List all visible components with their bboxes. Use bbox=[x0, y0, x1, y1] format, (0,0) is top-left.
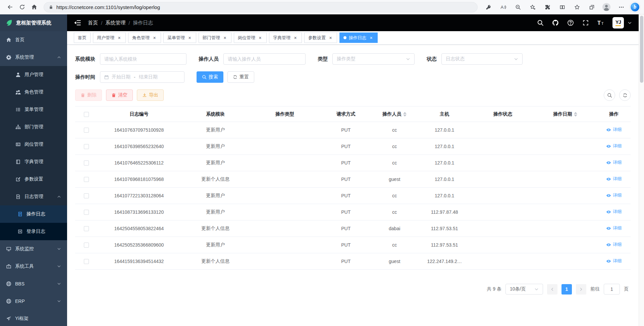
tab-close-icon[interactable]: × bbox=[293, 35, 298, 40]
sidebar-item-login-log[interactable]: 登录日志 bbox=[0, 223, 67, 240]
export-button[interactable]: 导出 bbox=[137, 89, 164, 101]
fullscreen-icon[interactable] bbox=[582, 19, 589, 26]
status-select[interactable]: 日志状态 bbox=[441, 53, 523, 65]
zoom-button[interactable] bbox=[511, 1, 525, 13]
detail-link[interactable]: 详细 bbox=[606, 192, 622, 198]
detail-link[interactable]: 详细 bbox=[606, 258, 622, 264]
tab-close-icon[interactable]: × bbox=[328, 35, 333, 40]
breadcrumb-item[interactable]: 首页 bbox=[88, 20, 98, 26]
sort-carets-icon[interactable] bbox=[574, 112, 577, 117]
sidebar-item-erp[interactable]: ERP bbox=[0, 292, 67, 310]
collections-button[interactable] bbox=[584, 1, 599, 13]
detail-link[interactable]: 详细 bbox=[606, 242, 622, 248]
tab-user-mgmt[interactable]: 用户管理× bbox=[93, 32, 126, 43]
page-size-select[interactable]: 10条/页 bbox=[505, 284, 543, 295]
sidebar-item-home[interactable]: 首页 bbox=[0, 31, 67, 49]
sidebar-item-system-monitor[interactable]: 系统监控 bbox=[0, 240, 67, 258]
tab-operation-log[interactable]: 操作日志× bbox=[339, 32, 378, 43]
sidebar-item-system-mgmt[interactable]: 系统管理 bbox=[0, 49, 67, 66]
type-select[interactable]: 操作类型 bbox=[332, 53, 415, 65]
sidebar-item-menu-mgmt[interactable]: 菜单管理 bbox=[0, 101, 67, 118]
goto-page-input[interactable] bbox=[604, 284, 620, 295]
refresh-button[interactable] bbox=[16, 1, 28, 13]
address-bar[interactable]: https://ccnetcore.com:1101/system/log/op… bbox=[44, 2, 478, 12]
detail-link[interactable]: 详细 bbox=[606, 159, 622, 166]
scrollbar-thumb[interactable] bbox=[640, 16, 643, 83]
sidebar-item-system-tools[interactable]: 系统工具 bbox=[0, 258, 67, 275]
sidebar-item-dept-mgmt[interactable]: 部门管理 bbox=[0, 118, 67, 136]
prev-page-button[interactable] bbox=[547, 284, 557, 295]
user-avatar[interactable]: YJ bbox=[612, 17, 624, 28]
column-header[interactable]: 操作人员 bbox=[372, 107, 417, 122]
next-page-button[interactable] bbox=[576, 284, 586, 295]
column-header[interactable]: 操作日期 bbox=[533, 107, 597, 122]
row-checkbox[interactable] bbox=[84, 210, 89, 215]
detail-link[interactable]: 详细 bbox=[606, 225, 622, 231]
toggle-search-button[interactable] bbox=[604, 89, 615, 101]
tab-dept-mgmt[interactable]: 部门管理× bbox=[199, 32, 231, 43]
tab-dict-mgmt[interactable]: 字典管理× bbox=[269, 32, 302, 43]
tab-close-icon[interactable]: × bbox=[258, 35, 263, 40]
read-aloud-button[interactable] bbox=[496, 1, 511, 13]
sort-carets-icon[interactable] bbox=[403, 112, 407, 117]
sidebar-item-log-mgmt[interactable]: 日志管理 bbox=[0, 188, 67, 205]
tab-post-mgmt[interactable]: 岗位管理× bbox=[234, 32, 267, 43]
row-checkbox[interactable] bbox=[84, 160, 89, 166]
module-input[interactable] bbox=[100, 53, 186, 65]
row-checkbox[interactable] bbox=[84, 144, 89, 149]
sidebar-item-param-settings[interactable]: 参数设置 bbox=[0, 171, 67, 188]
tab-close-icon[interactable]: × bbox=[117, 35, 122, 40]
row-checkbox[interactable] bbox=[84, 128, 89, 133]
github-icon[interactable] bbox=[552, 19, 559, 26]
sidebar-item-post-mgmt[interactable]: 岗位管理 bbox=[0, 136, 67, 153]
browser-profile-button[interactable] bbox=[599, 1, 614, 13]
sidebar-item-user-mgmt[interactable]: 用户管理 bbox=[0, 66, 67, 83]
page-number-button[interactable]: 1 bbox=[561, 284, 572, 295]
delete-button[interactable]: 删除 bbox=[75, 89, 102, 101]
row-checkbox[interactable] bbox=[84, 226, 89, 231]
tab-param-settings[interactable]: 参数设置× bbox=[304, 32, 337, 43]
row-checkbox[interactable] bbox=[84, 243, 89, 248]
clear-button[interactable]: 清空 bbox=[106, 89, 133, 101]
back-button[interactable] bbox=[4, 1, 16, 13]
sidebar-item-dict-mgmt[interactable]: 字典管理 bbox=[0, 153, 67, 171]
sidebar-item-operation-log[interactable]: 操作日志 bbox=[0, 205, 67, 223]
chevron-down-icon[interactable] bbox=[628, 21, 632, 25]
copilot-button[interactable]: b bbox=[630, 2, 640, 12]
reset-button[interactable]: 重置 bbox=[227, 71, 254, 83]
home-button[interactable] bbox=[28, 1, 40, 13]
date-range-picker[interactable]: 开始日期 - 结束日期 bbox=[100, 71, 184, 83]
add-favorite-button[interactable] bbox=[525, 1, 540, 13]
help-icon[interactable] bbox=[567, 19, 574, 26]
breadcrumb-item[interactable]: 系统管理 bbox=[105, 20, 125, 26]
font-size-icon[interactable] bbox=[597, 19, 604, 26]
tab-close-icon[interactable]: × bbox=[222, 35, 227, 40]
row-checkbox[interactable] bbox=[84, 177, 89, 182]
detail-link[interactable]: 详细 bbox=[606, 209, 622, 215]
sidebar-item-role-mgmt[interactable]: 角色管理 bbox=[0, 83, 67, 101]
tab-home[interactable]: 首页 bbox=[74, 32, 91, 43]
tab-role-mgmt[interactable]: 角色管理× bbox=[128, 32, 161, 43]
favorites-button[interactable] bbox=[570, 1, 584, 13]
sidebar-toggle[interactable] bbox=[74, 19, 81, 26]
detail-link[interactable]: 详细 bbox=[606, 176, 622, 182]
refresh-table-button[interactable] bbox=[619, 89, 631, 101]
scrollbar[interactable] bbox=[639, 14, 644, 326]
select-all-checkbox[interactable] bbox=[84, 112, 89, 117]
operator-input[interactable] bbox=[223, 53, 306, 65]
detail-link[interactable]: 详细 bbox=[606, 143, 622, 149]
search-icon[interactable] bbox=[537, 19, 544, 26]
sidebar-item-yi-framework[interactable]: Yi框架 bbox=[0, 310, 67, 326]
tab-close-icon[interactable]: × bbox=[152, 35, 157, 40]
more-menu-button[interactable] bbox=[614, 1, 629, 13]
row-checkbox[interactable] bbox=[84, 259, 89, 264]
row-checkbox[interactable] bbox=[84, 193, 89, 198]
search-button[interactable]: 搜索 bbox=[197, 71, 223, 83]
password-button[interactable] bbox=[481, 1, 496, 13]
tab-close-icon[interactable]: × bbox=[369, 35, 374, 40]
split-screen-button[interactable] bbox=[555, 1, 570, 13]
detail-link[interactable]: 详细 bbox=[606, 127, 622, 133]
sidebar-item-bbs[interactable]: BBS bbox=[0, 275, 67, 292]
tab-menu-mgmt[interactable]: 菜单管理× bbox=[163, 32, 196, 43]
extensions-button[interactable] bbox=[540, 1, 555, 13]
